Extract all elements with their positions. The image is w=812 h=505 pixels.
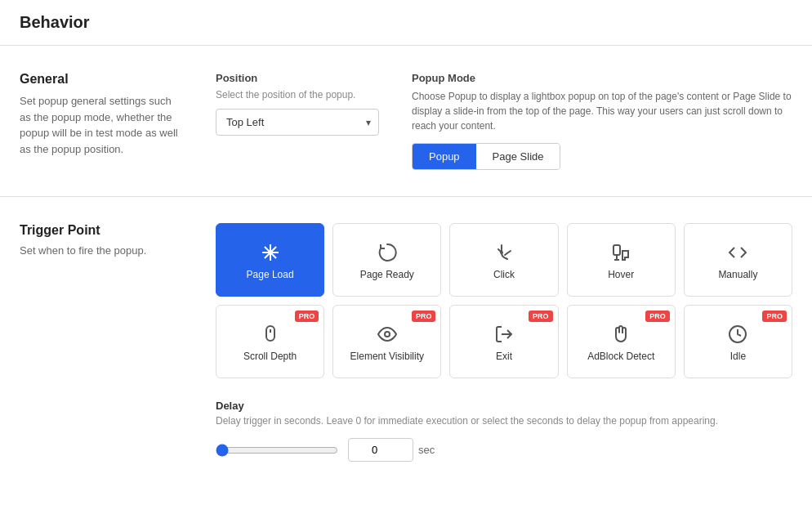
svg-point-4 — [500, 251, 503, 254]
trigger-card-click[interactable]: Click — [449, 223, 558, 297]
pro-badge-idle: PRO — [762, 311, 787, 322]
position-label: Position — [216, 72, 379, 84]
trigger-card-manually[interactable]: Manually — [684, 223, 792, 297]
trigger-content: Page Load Page Ready — [216, 223, 792, 481]
eye-icon — [377, 324, 397, 344]
position-desc: Select the position of the popup. — [216, 89, 379, 101]
trigger-card-hover-label: Hover — [608, 269, 634, 280]
pro-badge-exit: PRO — [529, 311, 553, 322]
trigger-card-idle-label: Idle — [730, 351, 746, 362]
popup-mode-desc: Choose Popup to display a lightbox popup… — [412, 89, 792, 133]
delay-slider[interactable] — [216, 444, 338, 457]
trigger-card-page-ready[interactable]: Page Ready — [332, 223, 441, 297]
trigger-card-page-ready-label: Page Ready — [360, 269, 414, 280]
trigger-card-scroll-depth[interactable]: PRO Scroll Depth — [216, 305, 324, 378]
code-icon — [728, 243, 747, 262]
page-slide-toggle-btn[interactable]: Page Slide — [476, 144, 560, 169]
delay-title: Delay — [216, 400, 773, 412]
svg-point-10 — [385, 332, 390, 337]
trigger-card-click-label: Click — [493, 269, 515, 280]
general-title: General — [20, 72, 183, 87]
trigger-card-scroll-depth-label: Scroll Depth — [243, 351, 297, 362]
loading-icon — [377, 243, 397, 262]
trigger-card-page-load[interactable]: Page Load — [216, 223, 324, 297]
position-select-wrapper: Top Left Top Center Top Right Bottom Lef… — [216, 109, 379, 136]
pro-badge-element-visibility: PRO — [412, 311, 436, 322]
trigger-card-page-load-label: Page Load — [247, 269, 294, 280]
trigger-card-exit-label: Exit — [496, 351, 512, 362]
trigger-card-idle[interactable]: PRO Idle — [684, 305, 792, 378]
trigger-card-manually-label: Manually — [718, 269, 757, 280]
click-icon — [494, 243, 514, 262]
general-desc: Set popup general settings such as the p… — [20, 93, 183, 157]
trigger-card-element-visibility-label: Element Visibility — [350, 351, 424, 362]
delay-control: sec — [216, 438, 773, 462]
trigger-card-hover[interactable]: Hover — [567, 223, 676, 297]
page-header: Behavior — [0, 0, 812, 46]
delay-input-wrap: sec — [348, 438, 435, 462]
trigger-card-adblock-detect[interactable]: PRO AdBlock Detect — [567, 305, 676, 378]
trigger-point-title: Trigger Point — [20, 223, 183, 238]
pro-badge-scroll-depth: PRO — [295, 311, 319, 322]
asterisk-icon — [261, 243, 280, 262]
popup-toggle-btn[interactable]: Popup — [413, 144, 476, 169]
delay-unit-label: sec — [418, 444, 435, 456]
position-select[interactable]: Top Left Top Center Top Right Bottom Lef… — [216, 109, 379, 136]
clock-icon — [728, 324, 747, 344]
hand-icon — [611, 324, 631, 344]
exit-icon — [494, 324, 514, 344]
position-block: Position Select the position of the popu… — [216, 72, 379, 170]
popup-mode-block: Popup Mode Choose Popup to display a lig… — [412, 72, 792, 170]
delay-desc: Delay trigger in seconds. Leave 0 for im… — [216, 415, 773, 427]
trigger-row-2: PRO Scroll Depth PRO E — [216, 305, 792, 378]
svg-rect-5 — [613, 245, 620, 255]
hover-icon — [611, 243, 631, 262]
mouse-icon — [261, 324, 280, 344]
trigger-row-1: Page Load Page Ready — [216, 223, 792, 297]
delay-input[interactable] — [348, 438, 413, 462]
trigger-card-element-visibility[interactable]: PRO Element Visibility — [332, 305, 441, 378]
trigger-card-adblock-detect-label: AdBlock Detect — [587, 351, 654, 362]
popup-mode-title: Popup Mode — [412, 72, 792, 84]
popup-mode-toggle-group: Popup Page Slide — [412, 143, 560, 170]
svg-rect-8 — [266, 326, 274, 341]
delay-section: Delay Delay trigger in seconds. Leave 0 … — [216, 387, 792, 481]
trigger-card-exit[interactable]: PRO Exit — [449, 305, 558, 378]
general-content: Position Select the position of the popu… — [216, 72, 792, 170]
page-title: Behavior — [20, 13, 792, 32]
trigger-point-desc: Set when to fire the popup. — [20, 244, 183, 257]
pro-badge-adblock-detect: PRO — [645, 311, 670, 322]
trigger-label: Trigger Point Set when to fire the popup… — [20, 223, 183, 481]
trigger-point-section: Trigger Point Set when to fire the popup… — [0, 197, 812, 505]
general-label: General Set popup general settings such … — [20, 72, 183, 170]
general-section: General Set popup general settings such … — [0, 46, 812, 197]
